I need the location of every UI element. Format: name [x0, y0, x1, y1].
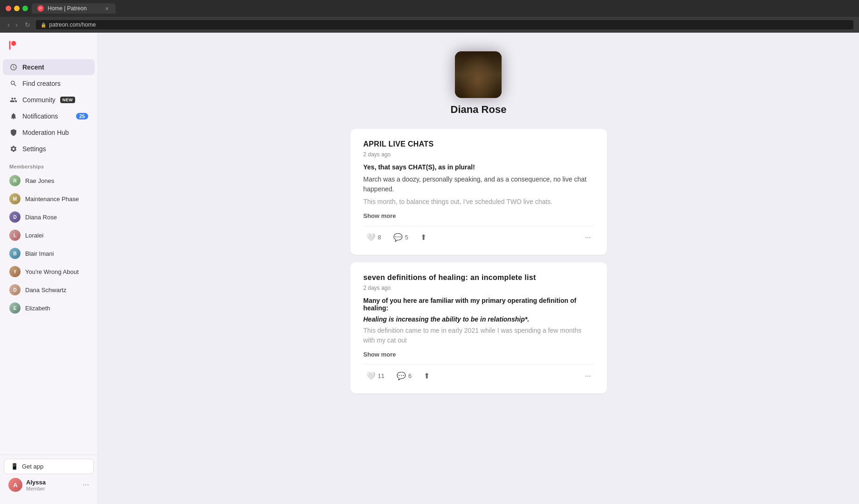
nav-arrows: ‹ ›	[6, 20, 19, 29]
user-role: Member	[26, 486, 79, 491]
community-new-badge: NEW	[60, 97, 76, 103]
membership-avatar: R	[9, 175, 21, 186]
maximize-window-button[interactable]	[22, 6, 28, 11]
comment-button[interactable]: 💬 5	[391, 231, 411, 244]
like-button[interactable]: 🤍 11	[363, 370, 387, 382]
close-window-button[interactable]	[6, 6, 11, 11]
membership-avatar: L	[9, 230, 21, 241]
tab-close-button[interactable]: ✕	[104, 5, 110, 12]
membership-name: You're Wrong About	[25, 268, 79, 275]
post-body-italic: Healing is increasing the ability to be …	[363, 315, 594, 323]
settings-label: Settings	[22, 145, 46, 153]
settings-icon	[9, 145, 18, 153]
membership-name: Dana Schwartz	[25, 287, 66, 294]
user-menu-button[interactable]: ⋯	[83, 481, 89, 489]
avatar: A	[8, 478, 22, 492]
heart-icon: 🤍	[366, 233, 376, 242]
recent-icon	[9, 63, 18, 71]
comment-count: 6	[408, 372, 412, 379]
more-options-button[interactable]: ···	[582, 231, 594, 244]
find-creators-label: Find creators	[22, 80, 61, 87]
membership-name: Rae Jones	[25, 177, 54, 184]
tab-title: Home | Patreon	[48, 5, 87, 12]
post-actions: 🤍 11 💬 6 ⬆ ···	[363, 364, 594, 382]
post-title: seven definitions of healing: an incompl…	[363, 273, 594, 282]
post-date: 2 days ago	[363, 285, 594, 291]
user-name: Alyssa	[26, 479, 79, 486]
membership-item[interactable]: E Elizabeth	[3, 299, 95, 317]
search-icon	[9, 79, 18, 88]
community-label: Community	[22, 96, 56, 104]
tab-favicon: P	[37, 5, 44, 12]
back-button[interactable]: ‹	[6, 20, 12, 29]
share-button[interactable]: ⬆	[421, 370, 433, 382]
post-card: seven definitions of healing: an incompl…	[350, 262, 607, 393]
post-body-bold: Many of you here are familiar with my pr…	[363, 297, 594, 312]
post-body-bold: Yes, that says CHAT(S), as in plural!	[363, 163, 594, 171]
more-options-button[interactable]: ···	[582, 370, 594, 382]
notifications-label: Notifications	[22, 112, 58, 120]
sidebar-item-recent[interactable]: Recent	[3, 59, 95, 75]
membership-item[interactable]: B Blair Imani	[3, 245, 95, 262]
post-body-muted: This month, to balance things out, I've …	[363, 197, 594, 207]
browser-chrome: P Home | Patreon ✕ ‹ › ↻ 🔒 patreon.com/h…	[0, 0, 859, 33]
window-controls	[6, 6, 28, 11]
comment-icon: 💬	[397, 371, 406, 380]
moderation-label: Moderation Hub	[22, 129, 69, 136]
sidebar-nav: Recent Find creators Community	[0, 57, 98, 159]
post-date: 2 days ago	[363, 151, 594, 158]
url-text: patreon.com/home	[49, 21, 96, 28]
profile-name: Diana Rose	[451, 104, 507, 116]
address-bar[interactable]: 🔒 patreon.com/home	[36, 20, 853, 29]
memberships-list: R Rae Jones M Maintenance Phase D Diana …	[0, 171, 98, 317]
user-info: Alyssa Member	[26, 479, 79, 491]
membership-avatar: Y	[9, 266, 21, 277]
share-icon: ⬆	[420, 233, 426, 242]
sidebar-item-settings[interactable]: Settings	[3, 141, 95, 157]
ssl-icon: 🔒	[41, 22, 46, 28]
membership-name: Diana Rose	[25, 214, 57, 221]
user-row[interactable]: A Alyssa Member ⋯	[4, 474, 94, 496]
share-button[interactable]: ⬆	[418, 231, 429, 244]
comment-icon: 💬	[393, 233, 403, 242]
membership-avatar: B	[9, 248, 21, 259]
forward-button[interactable]: ›	[14, 20, 20, 29]
membership-item[interactable]: M Maintenance Phase	[3, 190, 95, 208]
minimize-window-button[interactable]	[14, 6, 20, 11]
community-icon	[9, 96, 18, 104]
memberships-section-label: Memberships	[0, 159, 98, 171]
sidebar-item-community[interactable]: Community NEW	[3, 92, 95, 108]
sidebar: Recent Find creators Community	[0, 33, 98, 504]
membership-item[interactable]: D Diana Rose	[3, 208, 95, 226]
membership-avatar: M	[9, 193, 21, 204]
membership-item[interactable]: R Rae Jones	[3, 172, 95, 189]
membership-item[interactable]: Y You're Wrong About	[3, 263, 95, 280]
get-app-label: Get app	[22, 463, 43, 470]
membership-name: Elizabeth	[25, 305, 50, 312]
membership-avatar: D	[9, 284, 21, 295]
like-button[interactable]: 🤍 8	[363, 231, 384, 244]
like-count: 8	[378, 234, 381, 241]
post-title: APRIL LIVE CHATS	[363, 140, 594, 148]
patreon-logo[interactable]	[0, 33, 98, 57]
comment-button[interactable]: 💬 6	[394, 370, 414, 382]
browser-tab[interactable]: P Home | Patreon ✕	[32, 3, 116, 14]
sidebar-item-moderation[interactable]: Moderation Hub	[3, 125, 95, 140]
post-card: APRIL LIVE CHATS 2 days ago Yes, that sa…	[350, 129, 607, 255]
show-more-button[interactable]: Show more	[363, 212, 594, 219]
heart-icon: 🤍	[366, 371, 376, 380]
share-icon: ⬆	[424, 371, 430, 380]
membership-avatar: D	[9, 211, 21, 223]
membership-item[interactable]: L Loralei	[3, 226, 95, 244]
moderation-icon	[9, 128, 18, 137]
comment-count: 5	[405, 234, 408, 241]
membership-name: Blair Imani	[25, 250, 54, 257]
get-app-button[interactable]: 📱 Get app	[4, 459, 94, 474]
show-more-button[interactable]: Show more	[363, 351, 594, 358]
recent-label: Recent	[22, 63, 44, 71]
refresh-button[interactable]: ↻	[23, 20, 32, 29]
membership-item[interactable]: D Dana Schwartz	[3, 281, 95, 299]
post-body-muted: This definition came to me in early 2021…	[363, 326, 594, 345]
sidebar-item-notifications[interactable]: Notifications 25	[3, 108, 95, 124]
sidebar-item-find-creators[interactable]: Find creators	[3, 76, 95, 91]
